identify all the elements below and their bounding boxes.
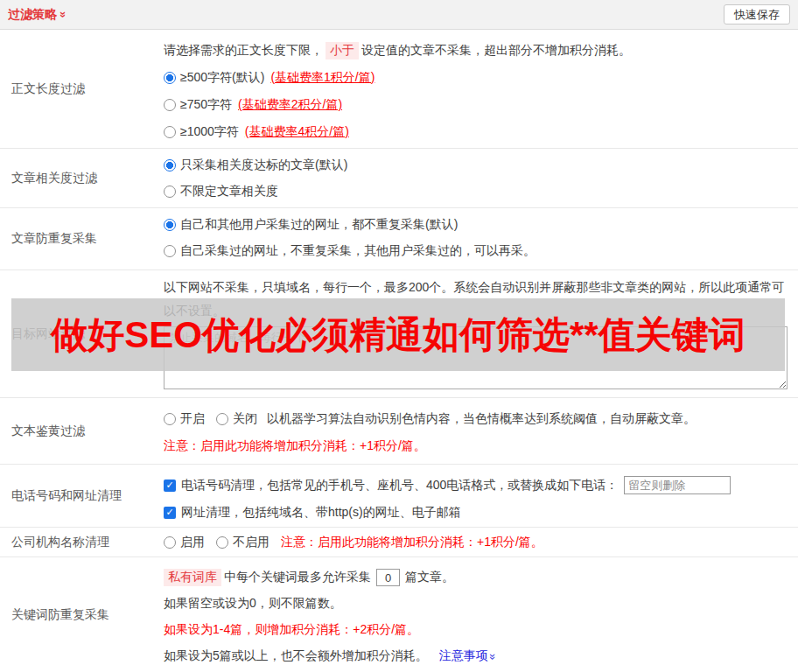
row-label-phone-url: 电话号码和网址清理	[0, 465, 164, 527]
option-500-chars[interactable]: ≥500字符(默认) (基础费率1积分/篇)	[164, 64, 798, 91]
less-than-highlight: 小于	[326, 42, 359, 60]
page-title[interactable]: 过滤策略 »	[8, 7, 66, 23]
quick-save-button[interactable]: 快速保存	[724, 4, 790, 24]
row-label-dedup: 文章防重复采集	[0, 208, 164, 270]
row-company-cleanup: 公司机构名称清理 启用 不启用 注意：启用此功能将增加积分消耗：+1积分/篇。	[0, 528, 798, 557]
replacement-phone-input[interactable]	[624, 476, 731, 494]
porn-off-label: 关闭	[233, 411, 257, 427]
text-length-intro: 请选择需求的正文长度下限， 小于 设定值的文章不采集，超出部分不增加积分消耗。	[164, 37, 798, 64]
radio-company-off[interactable]	[216, 536, 228, 549]
row-label-porn-filter: 文本鉴黄过滤	[0, 398, 164, 464]
radio-1000-chars[interactable]	[164, 126, 176, 138]
row-keyword-dedup: 关键词防重复采集 私有词库 中每个关键词最多允许采集 篇文章。 如果留空或设为0…	[0, 557, 798, 672]
option-750-chars[interactable]: ≥750字符 (基础费率2积分/篇)	[164, 91, 798, 118]
header-bar: 过滤策略 » 快速保存	[0, 0, 798, 30]
radio-dedup-self-only[interactable]	[164, 245, 176, 257]
checkbox-url-cleanup[interactable]	[164, 507, 176, 519]
private-thesaurus-highlight: 私有词库	[164, 569, 221, 586]
filter-strategy-page: 过滤策略 » 快速保存 正文长度过滤 请选择需求的正文长度下限， 小于 设定值的…	[0, 0, 798, 672]
keyword-note-five: 如果设为5篇或以上，也不会额外增加积分消耗。	[164, 648, 428, 664]
phone-cleanup-label: 电话号码清理，包括常见的手机号、座机号、400电话格式，或替换成如下电话：	[181, 478, 618, 494]
row-dedup-collection: 文章防重复采集 自己和其他用户采集过的网址，都不重复采集(默认) 自己采集过的网…	[0, 208, 798, 270]
radio-company-on[interactable]	[164, 536, 176, 549]
url-cleanup-label: 网址清理，包括纯域名、带http(s)的网址、电子邮箱	[181, 505, 461, 521]
porn-desc: 以机器学习算法自动识别色情内容，当色情概率达到系统阈值，自动屏蔽文章。	[267, 411, 696, 427]
company-on-label: 启用	[180, 535, 205, 550]
keyword-note-fee: 如果设为1-4篇，则增加积分消耗：+2积分/篇。	[164, 617, 798, 643]
option-relevance-strict[interactable]: 只采集相关度达标的文章(默认)	[164, 152, 798, 178]
row-phone-url-cleanup: 电话号码和网址清理 电话号码清理，包括常见的手机号、座机号、400电话格式，或替…	[0, 465, 798, 528]
radio-750-chars[interactable]	[164, 99, 176, 111]
option-dedup-all-users[interactable]: 自己和其他用户采集过的网址，都不重复采集(默认)	[164, 212, 798, 238]
page-title-label: 过滤策略	[8, 7, 57, 23]
row-label-relevance: 文章相关度过滤	[0, 149, 164, 207]
keyword-note-zero: 如果留空或设为0，则不限篇数。	[164, 591, 798, 617]
option-dedup-self-only[interactable]: 自己采集过的网址，不重复采集，其他用户采集过的，可以再采。	[164, 238, 798, 264]
row-text-length-filter: 正文长度过滤 请选择需求的正文长度下限， 小于 设定值的文章不采集，超出部分不增…	[0, 30, 798, 149]
option-relevance-any[interactable]: 不限定文章相关度	[164, 178, 798, 205]
checkbox-phone-cleanup[interactable]	[164, 480, 176, 492]
fee-note-500: (基础费率1积分/篇)	[270, 70, 374, 86]
row-label-company: 公司机构名称清理	[0, 528, 164, 556]
company-fee-note: 注意：启用此功能将增加积分消耗：+1积分/篇。	[281, 535, 543, 550]
radio-500-chars[interactable]	[164, 72, 176, 84]
radio-porn-off[interactable]	[216, 413, 228, 425]
company-off-label: 不启用	[233, 535, 270, 550]
row-relevance-filter: 文章相关度过滤 只采集相关度达标的文章(默认) 不限定文章相关度	[0, 149, 798, 208]
radio-dedup-all-users[interactable]	[164, 219, 176, 231]
radio-porn-on[interactable]	[164, 413, 176, 425]
seo-promo-banner-overlay: 做好SEO优化必须精通如何筛选**值关键词	[11, 298, 785, 371]
max-articles-input[interactable]	[376, 569, 400, 586]
radio-relevance-any[interactable]	[164, 186, 176, 198]
double-chevron-down-icon: »	[487, 653, 499, 659]
notice-link[interactable]: 注意事项 »	[439, 648, 496, 664]
radio-relevance-strict[interactable]	[164, 159, 176, 172]
fee-note-1000: (基础费率4积分/篇)	[245, 124, 349, 140]
double-chevron-down-icon: »	[58, 11, 69, 18]
option-1000-chars[interactable]: ≥1000字符 (基础费率4积分/篇)	[164, 118, 798, 145]
porn-on-label: 开启	[180, 411, 205, 427]
row-label-text-length: 正文长度过滤	[0, 30, 164, 148]
seo-promo-banner-text: 做好SEO优化必须精通如何筛选**值关键词	[51, 311, 745, 360]
porn-fee-note: 注意：启用此功能将增加积分消耗：+1积分/篇。	[164, 432, 798, 459]
row-label-keyword-dedup: 关键词防重复采集	[0, 557, 164, 672]
fee-note-750: (基础费率2积分/篇)	[238, 97, 342, 113]
row-porn-filter: 文本鉴黄过滤 开启 关闭 以机器学习算法自动识别色情内容，当色情概率达到系统阈值…	[0, 398, 798, 465]
